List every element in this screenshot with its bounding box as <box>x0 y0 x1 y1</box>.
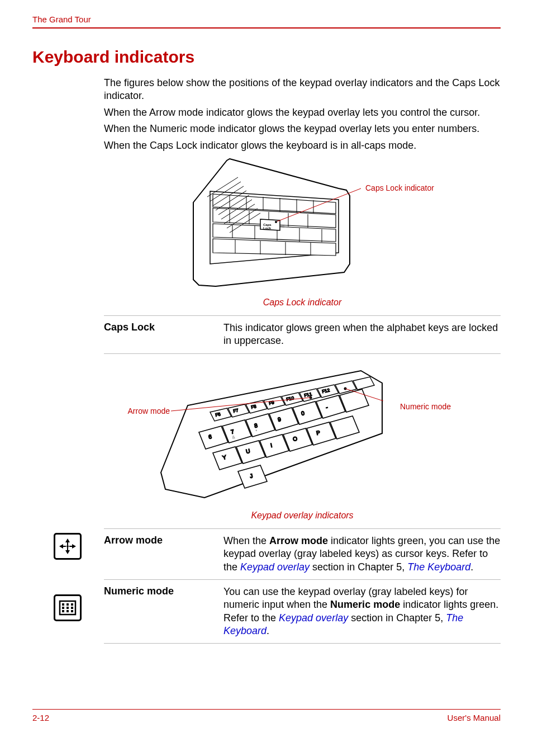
svg-rect-67 <box>62 607 64 609</box>
arrow-mode-term: Arrow mode <box>104 535 223 574</box>
link-keypad-overlay[interactable]: Keypad overlay <box>240 561 310 573</box>
svg-rect-71 <box>66 610 69 612</box>
svg-point-22 <box>275 221 277 223</box>
figure-keypad-overlay: Arrow mode F6 F7 F8 F9 F10 F11 F12 <box>104 361 501 506</box>
link-the-keyboard[interactable]: The Keyboard <box>407 561 470 573</box>
intro-text: The figures below show the positions of … <box>104 77 501 152</box>
keyboard-corner-illustration: Caps Lock <box>154 158 361 292</box>
overlay-definition-table: Arrow mode When the Arrow mode indicator… <box>104 528 501 644</box>
numeric-mode-icon <box>54 594 82 621</box>
link-keypad-overlay[interactable]: Keypad overlay <box>279 612 348 623</box>
svg-rect-70 <box>62 610 64 612</box>
svg-rect-66 <box>71 603 73 606</box>
section-title: The Grand Tour <box>32 15 91 24</box>
page-header: The Grand Tour <box>32 15 501 29</box>
svg-marker-60 <box>59 544 66 549</box>
svg-rect-64 <box>62 603 64 606</box>
svg-rect-72 <box>71 610 73 612</box>
svg-text:Lock: Lock <box>263 226 272 230</box>
svg-point-62 <box>66 545 69 547</box>
intro-p3: When the Numeric mode indicator glows th… <box>104 122 501 135</box>
keyboard-overlay-illustration: F6 F7 F8 F9 F10 F11 F12 6 <box>160 361 383 500</box>
table-row: Arrow mode When the Arrow mode indicator… <box>104 529 501 580</box>
capslock-definition-table: Caps Lock This indicator glows green whe… <box>104 315 501 354</box>
page-number: 2-12 <box>32 713 49 722</box>
page-footer: 2-12 User's Manual <box>32 709 501 722</box>
numeric-mode-desc: You can use the keypad overlay (gray lab… <box>223 585 501 638</box>
table-row: Caps Lock This indicator glows green whe… <box>104 316 501 354</box>
numeric-mode-term: Numeric mode <box>104 585 223 638</box>
capslock-callout-label: Caps Lock indicator <box>365 183 434 192</box>
svg-rect-68 <box>66 607 69 609</box>
intro-p4: When the Caps Lock indicator glows the k… <box>104 139 501 152</box>
capslock-term: Caps Lock <box>104 322 223 348</box>
svg-rect-65 <box>66 603 69 606</box>
intro-p1: The figures below show the positions of … <box>104 77 501 103</box>
table-row: Numeric mode You can use the keypad over… <box>104 580 501 644</box>
svg-rect-69 <box>71 607 73 609</box>
svg-marker-58 <box>65 538 70 545</box>
capslock-desc: This indicator glows green when the alph… <box>223 322 501 348</box>
page-title: Keyboard indicators <box>32 48 501 67</box>
svg-marker-59 <box>65 547 70 554</box>
figure-capslock: Caps Lock <box>104 158 501 293</box>
manual-label: User's Manual <box>448 713 501 722</box>
arrow-mode-icon <box>54 533 82 560</box>
svg-marker-61 <box>69 544 76 549</box>
figure2-caption: Keypad overlay indicators <box>104 511 501 521</box>
intro-p2: When the Arrow mode indicator glows the … <box>104 106 501 119</box>
numeric-mode-callout-label: Numeric mode <box>400 402 451 411</box>
figure1-caption: Caps Lock indicator <box>104 297 501 308</box>
arrow-mode-desc: When the Arrow mode indicator lights gre… <box>223 535 501 574</box>
